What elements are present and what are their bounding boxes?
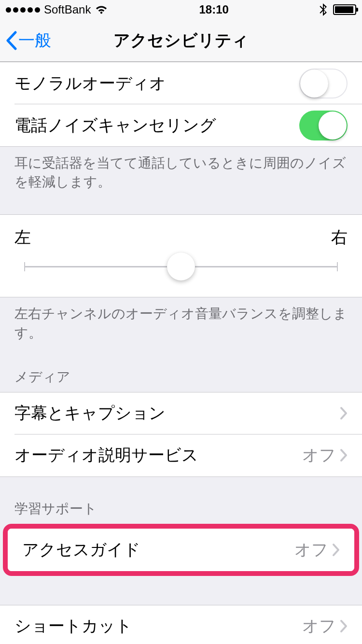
chevron-right-icon bbox=[340, 448, 348, 462]
back-label: 一般 bbox=[18, 29, 51, 52]
balance-right-label: 右 bbox=[331, 226, 348, 249]
bluetooth-icon bbox=[320, 3, 327, 16]
row-label: モノラルオーディオ bbox=[14, 72, 299, 95]
status-bar: SoftBank 18:10 bbox=[0, 0, 362, 19]
row-subtitles[interactable]: 字幕とキャプション bbox=[0, 392, 362, 434]
balance-left-label: 左 bbox=[14, 226, 31, 249]
toggle-noise-cancellation[interactable] bbox=[299, 111, 348, 140]
page-title: アクセシビリティ bbox=[0, 29, 362, 52]
back-button[interactable]: 一般 bbox=[0, 29, 51, 52]
signal-strength-icon bbox=[6, 7, 40, 13]
section-header-learning: 学習サポート bbox=[0, 477, 362, 524]
row-label: オーディオ説明サービス bbox=[14, 444, 302, 466]
row-value: オフ bbox=[302, 444, 336, 466]
row-noise-cancellation[interactable]: 電話ノイズキャンセリング bbox=[0, 104, 362, 147]
row-label: アクセスガイド bbox=[22, 539, 294, 561]
row-audio-descriptions[interactable]: オーディオ説明サービス オフ bbox=[0, 434, 362, 477]
audio-balance-slider[interactable] bbox=[24, 252, 338, 280]
wifi-icon bbox=[95, 5, 108, 14]
row-value: オフ bbox=[302, 615, 336, 637]
row-guided-access[interactable]: アクセスガイド オフ bbox=[8, 529, 354, 571]
status-right bbox=[320, 3, 356, 16]
chevron-right-icon bbox=[340, 619, 348, 633]
carrier-label: SoftBank bbox=[44, 3, 91, 16]
row-accessibility-shortcut[interactable]: ショートカット オフ bbox=[0, 605, 362, 644]
highlight-guided-access: アクセスガイド オフ bbox=[3, 524, 359, 576]
status-left: SoftBank bbox=[6, 3, 108, 16]
status-time: 18:10 bbox=[199, 3, 229, 16]
chevron-right-icon bbox=[332, 543, 340, 557]
row-value: オフ bbox=[294, 539, 328, 561]
chevron-right-icon bbox=[340, 406, 348, 420]
noise-cancellation-description: 耳に受話器を当てて通話しているときに周囲のノイズを軽減します。 bbox=[0, 147, 362, 203]
row-label: 字幕とキャプション bbox=[14, 402, 340, 424]
slider-thumb[interactable] bbox=[167, 252, 195, 280]
row-label: 電話ノイズキャンセリング bbox=[14, 114, 299, 137]
row-mono-audio[interactable]: モノラルオーディオ bbox=[0, 62, 362, 104]
nav-bar: 一般 アクセシビリティ bbox=[0, 19, 362, 62]
toggle-mono-audio[interactable] bbox=[299, 69, 348, 98]
battery-icon bbox=[333, 4, 356, 15]
content: モノラルオーディオ 電話ノイズキャンセリング 耳に受話器を当てて通話しているとき… bbox=[0, 62, 362, 644]
section-header-media: メディア bbox=[0, 354, 362, 392]
chevron-left-icon bbox=[5, 31, 17, 50]
row-label: ショートカット bbox=[14, 615, 302, 637]
balance-description: 左右チャンネルのオーディオ音量バランスを調整します。 bbox=[0, 297, 362, 353]
row-audio-balance: 左 右 bbox=[0, 214, 362, 297]
